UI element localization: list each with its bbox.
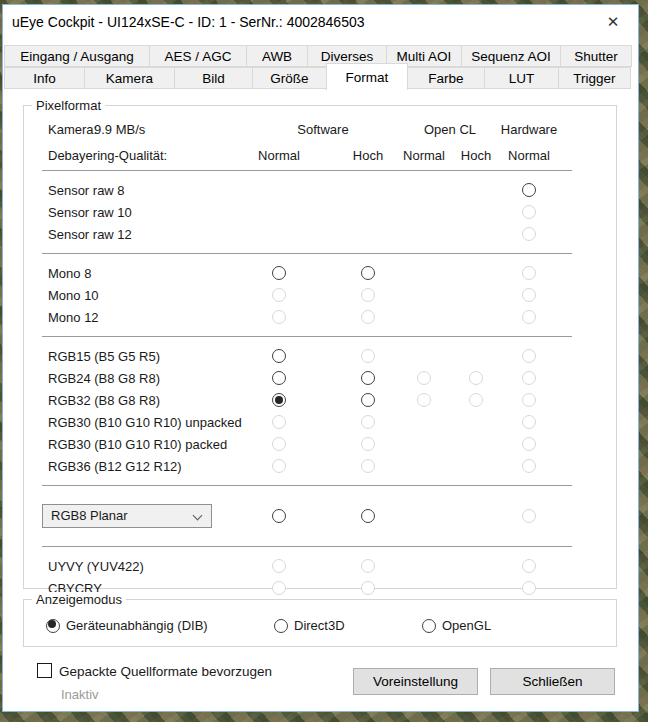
pixelformat-header: Kamera: 9.9 MB/s Software Open CL Hardwa… bbox=[24, 120, 616, 170]
radio-rgb32-b8-g8-r8-sw-hoch[interactable] bbox=[361, 393, 375, 407]
radio-rgb24-b8-g8-r8-sw-normal[interactable] bbox=[272, 371, 286, 385]
format-row-mono-8: Mono 8 bbox=[24, 262, 616, 284]
tab-gr-e[interactable]: Größe bbox=[252, 67, 327, 89]
radio-rgb36-b12-g12-r12-sw-hoch bbox=[361, 459, 375, 473]
radio-rgb30-b10-g10-r10-packed-sw-hoch bbox=[361, 437, 375, 451]
tab-awb[interactable]: AWB bbox=[246, 45, 308, 67]
column-group-software: Software bbox=[297, 122, 348, 137]
format-row-rgb36-b12-g12-r12: RGB36 (B12 G12 R12) bbox=[24, 455, 616, 477]
format-row-sensor-raw-8: Sensor raw 8 bbox=[24, 179, 616, 201]
anzeigemodus-group-label: Anzeigemodus bbox=[32, 592, 126, 607]
format-label: RGB30 (B10 G10 R10) packed bbox=[48, 437, 227, 452]
format-label: RGB24 (B8 G8 R8) bbox=[48, 371, 160, 386]
format-label: Sensor raw 10 bbox=[48, 205, 132, 220]
radio-opengl[interactable] bbox=[422, 619, 436, 633]
radio-dib[interactable] bbox=[46, 619, 60, 633]
chevron-down-icon bbox=[193, 511, 203, 521]
radio-rgb30-b10-g10-r10-unpacked-hw-normal bbox=[522, 415, 536, 429]
display-mode-option-dib[interactable]: Geräteunabhängig (DIB) bbox=[46, 618, 208, 633]
radio-rgb36-b12-g12-r12-sw-normal bbox=[272, 459, 286, 473]
format-row-sensor-raw-12: Sensor raw 12 bbox=[24, 223, 616, 245]
format-label: RGB15 (B5 G5 R5) bbox=[48, 349, 160, 364]
format-label: RGB32 (B8 G8 R8) bbox=[48, 393, 160, 408]
column-group-hardware: Hardware bbox=[501, 122, 557, 137]
packed-source-formats-checkbox[interactable] bbox=[37, 663, 52, 678]
tab-trigger[interactable]: Trigger bbox=[558, 67, 631, 89]
radio-rgb8-planar-hw-normal bbox=[522, 509, 536, 523]
radio-direct3d[interactable] bbox=[274, 619, 288, 633]
quality-col-4: Hoch bbox=[461, 148, 491, 163]
format-label: RGB36 (B12 G12 R12) bbox=[48, 459, 182, 474]
radio-rgb32-b8-g8-r8-sw-normal[interactable] bbox=[272, 393, 286, 407]
close-icon[interactable]: ✕ bbox=[596, 9, 630, 35]
radio-rgb30-b10-g10-r10-unpacked-sw-hoch bbox=[361, 415, 375, 429]
radio-rgb30-b10-g10-r10-packed-hw-normal bbox=[522, 437, 536, 451]
radio-rgb15-b5-g5-r5-sw-hoch bbox=[361, 349, 375, 363]
tab-aes-agc[interactable]: AES / AGC bbox=[149, 45, 247, 67]
radio-rgb15-b5-g5-r5-sw-normal[interactable] bbox=[272, 349, 286, 363]
radio-rgb8-planar-sw-hoch[interactable] bbox=[361, 509, 375, 523]
format-label: RGB30 (B10 G10 R10) unpacked bbox=[48, 415, 242, 430]
display-mode-option-opengl[interactable]: OpenGL bbox=[422, 618, 491, 633]
pixelformat-group-label: Pixelformat bbox=[32, 98, 105, 113]
tab-row-2: InfoKameraBildGrößeFormatFarbeLUTTrigger bbox=[4, 67, 630, 89]
radio-rgb15-b5-g5-r5-hw-normal bbox=[522, 349, 536, 363]
ueye-cockpit-window: uEye Cockpit - UI124xSE-C - ID: 1 - SerN… bbox=[2, 4, 639, 712]
quality-col-1: Normal bbox=[258, 148, 300, 163]
tab-eingang-ausgang[interactable]: Eingang / Ausgang bbox=[4, 45, 150, 67]
tab-sequenz-aoi[interactable]: Sequenz AOI bbox=[461, 45, 561, 67]
display-mode-label: OpenGL bbox=[442, 618, 491, 633]
format-row-sensor-raw-10: Sensor raw 10 bbox=[24, 201, 616, 223]
radio-cbycry-sw-hoch bbox=[361, 581, 375, 595]
close-dialog-button[interactable]: Schließen bbox=[490, 668, 615, 695]
display-mode-label: Geräteunabhängig (DIB) bbox=[66, 618, 208, 633]
planar-format-dropdown-value: RGB8 Planar bbox=[51, 508, 128, 523]
format-section: RGB15 (B5 G5 R5)RGB24 (B8 G8 R8)RGB32 (B… bbox=[24, 337, 616, 485]
format-row-rgb24-b8-g8-r8: RGB24 (B8 G8 R8) bbox=[24, 367, 616, 389]
format-label: Sensor raw 8 bbox=[48, 183, 125, 198]
radio-rgb24-b8-g8-r8-sw-hoch[interactable] bbox=[361, 371, 375, 385]
anzeigemodus-group: Anzeigemodus Geräteunabhängig (DIB) Dire… bbox=[23, 599, 617, 647]
title-bar: uEye Cockpit - UI124xSE-C - ID: 1 - SerN… bbox=[3, 5, 638, 39]
radio-mono-10-hw-normal bbox=[522, 288, 536, 302]
radio-rgb24-b8-g8-r8-ocl-normal bbox=[417, 371, 431, 385]
format-label: Mono 12 bbox=[48, 310, 99, 325]
radio-cbycry-sw-normal bbox=[272, 581, 286, 595]
tab-bild[interactable]: Bild bbox=[174, 67, 253, 89]
radio-mono-12-hw-normal bbox=[522, 310, 536, 324]
radio-rgb32-b8-g8-r8-hw-normal bbox=[522, 393, 536, 407]
planar-format-dropdown[interactable]: RGB8 Planar bbox=[42, 504, 212, 528]
format-section: RGB8 Planar bbox=[24, 486, 616, 546]
tab-lut[interactable]: LUT bbox=[484, 67, 559, 89]
tab-kamera[interactable]: Kamera bbox=[84, 67, 175, 89]
format-row-rgb32-b8-g8-r8: RGB32 (B8 G8 R8) bbox=[24, 389, 616, 411]
radio-sensor-raw-8-hw-normal[interactable] bbox=[522, 183, 536, 197]
radio-mono-12-sw-normal bbox=[272, 310, 286, 324]
radio-rgb32-b8-g8-r8-ocl-normal bbox=[417, 393, 431, 407]
radio-sensor-raw-10-hw-normal bbox=[522, 205, 536, 219]
tab-farbe[interactable]: Farbe bbox=[407, 67, 485, 89]
quality-col-3: Normal bbox=[403, 148, 445, 163]
format-row-rgb30-b10-g10-r10-packed: RGB30 (B10 G10 R10) packed bbox=[24, 433, 616, 455]
radio-rgb8-planar-sw-normal[interactable] bbox=[272, 509, 286, 523]
preset-button[interactable]: Voreinstellung bbox=[353, 668, 478, 695]
radio-mono-8-sw-normal[interactable] bbox=[272, 266, 286, 280]
radio-mono-8-sw-hoch[interactable] bbox=[361, 266, 375, 280]
format-row-mono-12: Mono 12 bbox=[24, 306, 616, 328]
camera-label: Kamera: bbox=[48, 122, 97, 137]
tab-info[interactable]: Info bbox=[4, 67, 85, 89]
camera-bandwidth-value: 9.9 MB/s bbox=[94, 122, 145, 137]
pixelformat-group: Pixelformat Kamera: 9.9 MB/s Software Op… bbox=[23, 105, 617, 589]
debayering-label: Debayering-Qualität: bbox=[48, 148, 167, 163]
checkbox-status-text: Inaktiv bbox=[61, 687, 99, 702]
radio-uyvy-yuv422-sw-hoch bbox=[361, 559, 375, 573]
tab-format[interactable]: Format bbox=[326, 63, 408, 90]
display-mode-option-direct3d[interactable]: Direct3D bbox=[274, 618, 345, 633]
radio-sensor-raw-12-hw-normal bbox=[522, 227, 536, 241]
format-row-mono-10: Mono 10 bbox=[24, 284, 616, 306]
display-mode-label: Direct3D bbox=[294, 618, 345, 633]
radio-rgb30-b10-g10-r10-unpacked-sw-normal bbox=[272, 415, 286, 429]
tab-shutter[interactable]: Shutter bbox=[560, 45, 632, 67]
radio-rgb24-b8-g8-r8-ocl-hoch bbox=[469, 371, 483, 385]
radio-uyvy-yuv422-hw-normal bbox=[522, 559, 536, 573]
